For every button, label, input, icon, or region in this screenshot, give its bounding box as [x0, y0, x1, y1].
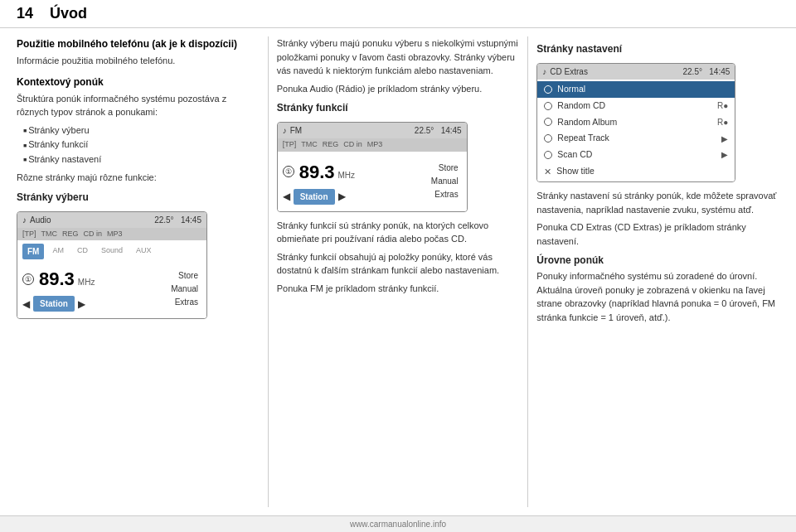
cd-menu-repeat-track[interactable]: Repeat Track ▶	[537, 130, 735, 147]
menu-manual[interactable]: Manual	[171, 283, 201, 295]
freq-number-2: 89.3	[299, 158, 335, 186]
cd-menu-repeat-track-left: Repeat Track	[544, 132, 609, 145]
fm-tab-sound[interactable]: Sound	[96, 244, 128, 259]
radio-normal	[544, 85, 552, 94]
cd-menu-random-album[interactable]: Random Album R●	[537, 114, 735, 131]
cd-menu-normal[interactable]: Normal	[537, 81, 735, 98]
next-btn[interactable]: ▶	[78, 297, 85, 312]
s2-tmc: TMC	[301, 139, 318, 151]
station-btn[interactable]: Station	[33, 296, 75, 312]
cd-show-title-label: Show title	[556, 165, 595, 178]
cd-menu: Normal Random CD R●	[537, 80, 735, 181]
fm-tab-active[interactable]: FM	[22, 244, 44, 259]
cd-normal-label: Normal	[557, 83, 585, 96]
cd-screen: ♪ CD Extras 22.5° 14:45 Normal	[536, 63, 735, 182]
checkbox-show-title: ✕	[544, 165, 551, 179]
radio-repeat-track	[544, 134, 552, 143]
menu-store[interactable]: Store	[171, 269, 201, 282]
s2-mp3: MP3	[367, 139, 383, 151]
freq-display: ① 89.3 MHz	[22, 265, 166, 293]
s2-cdin: CD in	[343, 139, 362, 151]
screen1-header: ♪ Audio 22.5° 14:45	[17, 212, 206, 228]
cd-header: ♪ CD Extras 22.5° 14:45	[537, 64, 735, 80]
bullet-2: Stránky funkcií	[23, 138, 260, 152]
screen-widget-2: ♪ FM 22.5° 14:45 [TP] TMC REG CD in MP3	[277, 122, 468, 212]
footer: www.carmanualonline.info	[0, 515, 796, 532]
fm-tab-cd[interactable]: CD	[72, 244, 93, 259]
cd-menu-show-title-left: ✕ Show title	[544, 165, 595, 179]
left-section2-title: Kontextový ponúk	[17, 75, 260, 89]
page-number: 14	[17, 5, 33, 22]
page-container: 14 Úvod Použitie mobilného telefónu (ak …	[0, 0, 796, 532]
cd-menu-show-title[interactable]: ✕ Show title	[537, 163, 735, 181]
cd-menu-scan-cd[interactable]: Scan CD ▶	[537, 147, 735, 163]
screen1-menu: Store Manual Extras	[171, 269, 201, 308]
right-section2-text: Stránky nastavení sú stránky ponúk, kde …	[536, 189, 779, 216]
circle-indicator: ①	[22, 273, 34, 285]
freq-display-2: ① 89.3 MHz	[283, 158, 426, 186]
cd-menu-random-album-left: Random Album	[544, 116, 617, 129]
menu-extras-2[interactable]: Extras	[431, 188, 462, 201]
menu-manual-2[interactable]: Manual	[431, 175, 462, 187]
freq-unit: MHz	[78, 276, 95, 288]
bullet-3: Stránky nastavení	[23, 152, 260, 167]
cd-info: 22.5° 14:45	[683, 65, 730, 78]
middle-section2-text: Ponuka Audio (Rádio) je príkladom stránk…	[277, 82, 520, 96]
right-section3-text: Ponuka CD Extras (CD Extras) je príklado…	[536, 220, 779, 248]
menu-extras[interactable]: Extras	[171, 296, 201, 308]
station-btn-2[interactable]: Station	[294, 189, 335, 205]
cd-music-icon: ♪	[542, 65, 546, 78]
main-content: Použitie mobilného telefónu (ak je k dis…	[0, 28, 796, 515]
right-section4-text: Ponuky informačného systému sú zoradené …	[536, 269, 779, 324]
middle-section1-text: Stránky výberu majú ponuku výberu s niek…	[277, 36, 520, 78]
radio-scan-cd	[544, 151, 552, 159]
screen1-title: Audio	[30, 214, 51, 226]
left-section4-title: Stránky výberu	[17, 190, 260, 205]
freq-unit-2: MHz	[338, 169, 356, 181]
cd-random-album-arrow: R●	[717, 116, 728, 128]
s2-tp: [TP]	[283, 139, 297, 151]
fm-tab-aux[interactable]: AUX	[131, 244, 157, 259]
subbar-tp: [TP]	[22, 229, 36, 240]
screen2-temp: 22.5°	[415, 126, 434, 135]
cd-menu-normal-left: Normal	[544, 83, 585, 96]
footer-text: www.carmanualonline.info	[350, 520, 446, 529]
fm-tab-am[interactable]: AM	[47, 244, 69, 259]
screen2-subheader: [TP] TMC REG CD in MP3	[278, 138, 467, 152]
right-section1-title: Stránky nastavení	[536, 41, 779, 56]
cd-temp: 22.5°	[683, 67, 702, 76]
cd-title: CD Extras	[550, 65, 588, 78]
screen2-header: ♪ FM 22.5° 14:45	[278, 123, 467, 138]
screen1-subheader: [TP] TMC REG CD in MP3	[17, 228, 206, 241]
cd-repeat-track-arrow: ▶	[721, 133, 728, 145]
freq-number: 89.3	[39, 265, 75, 293]
subbar-cdin: CD in	[84, 229, 103, 240]
subbar-tmc: TMC	[41, 229, 58, 240]
next-btn-2[interactable]: ▶	[338, 189, 346, 204]
cd-random-cd-label: Random CD	[557, 99, 605, 113]
screen2-header-left: ♪ FM	[283, 124, 302, 137]
page-header: 14 Úvod	[0, 0, 796, 28]
left-column: Použitie mobilného telefónu (ak je k dis…	[17, 36, 269, 507]
middle-section6-text: Ponuka FM je príkladom stránky funkcií.	[277, 282, 520, 296]
cd-time: 14:45	[709, 67, 730, 76]
menu-store-2[interactable]: Store	[431, 162, 462, 174]
music-icon-2: ♪	[283, 124, 287, 137]
track-controls: ◀ Station ▶	[22, 296, 166, 312]
page-title: Úvod	[50, 5, 87, 22]
bullet-1: Stránky výberu	[23, 123, 260, 138]
screen1-header-left: ♪ Audio	[22, 214, 51, 226]
prev-btn-2[interactable]: ◀	[283, 189, 290, 204]
left-section2-text: Štruktúra ponúk informačného systému poz…	[17, 92, 260, 119]
cd-random-cd-arrow: R●	[717, 99, 728, 112]
screen2-time: 14:45	[441, 126, 462, 135]
screen2-menu: Store Manual Extras	[431, 162, 462, 201]
prev-btn[interactable]: ◀	[22, 297, 30, 312]
cd-menu-random-cd[interactable]: Random CD R●	[537, 98, 735, 114]
radio-random-album	[544, 118, 552, 126]
left-section1-text: Informácie použitia mobilného telefónu.	[17, 54, 260, 68]
right-column: Stránky nastavení ♪ CD Extras 22.5° 14:4…	[528, 36, 779, 507]
middle-section5-text: Stránky funkcií obsahujú aj položky ponú…	[277, 250, 520, 278]
screen1-time: 14:45	[181, 215, 201, 225]
music-icon: ♪	[22, 214, 27, 226]
